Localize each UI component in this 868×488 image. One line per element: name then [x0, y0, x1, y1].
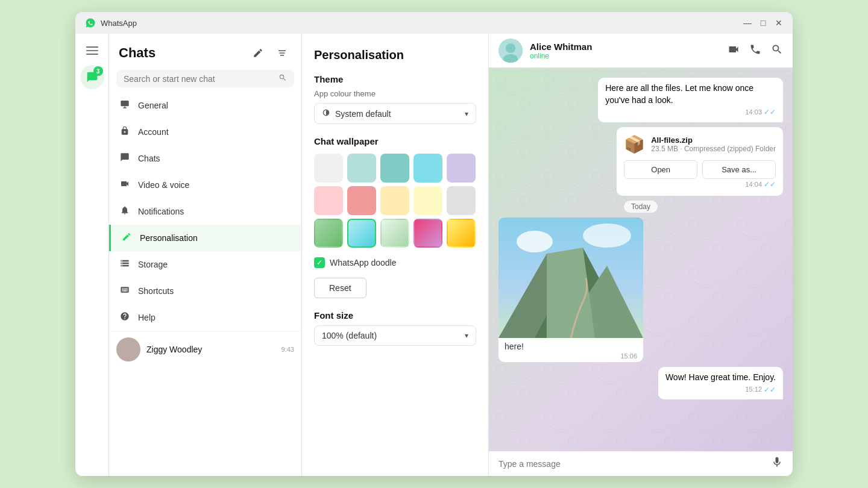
- icon-sidebar-top: 3: [80, 39, 104, 476]
- settings-item-personalisation[interactable]: Personalisation: [109, 225, 301, 251]
- file-details: All-files.zip 23.5 MB · Compressed (zipp…: [651, 136, 776, 153]
- wallpaper-swatch-15[interactable]: [447, 219, 476, 248]
- wallpaper-swatch-6[interactable]: [314, 186, 343, 215]
- reset-button[interactable]: Reset: [314, 278, 366, 298]
- wallpaper-swatch-13[interactable]: [380, 219, 409, 248]
- voice-call-button[interactable]: [749, 43, 761, 58]
- photo-image: [498, 217, 643, 338]
- general-icon: [119, 99, 131, 111]
- notifications-label: Notifications: [138, 207, 184, 216]
- personalisation-label: Personalisation: [140, 233, 198, 243]
- search-bar: [116, 70, 294, 87]
- chat-header-actions: [728, 43, 783, 58]
- chats-icon: [119, 152, 131, 164]
- chat-contact-name: Alice Whitman: [530, 42, 720, 52]
- file-message-ticks: ✓✓: [764, 180, 776, 189]
- photo-bubble: here! 15:06: [498, 217, 643, 362]
- wallpaper-swatch-11[interactable]: [314, 219, 343, 248]
- svg-rect-3: [121, 101, 128, 106]
- search-input[interactable]: [124, 74, 278, 84]
- doodle-row: ✓ WhatsApp doodle: [314, 257, 476, 268]
- file-save-button[interactable]: Save as...: [702, 160, 776, 179]
- settings-item-general[interactable]: General: [109, 92, 301, 119]
- photo-caption-text: here!: [505, 342, 524, 351]
- wallpaper-swatch-7[interactable]: [347, 186, 376, 215]
- chat-badge: 3: [93, 66, 103, 76]
- chat-header-avatar[interactable]: [498, 39, 523, 63]
- settings-item-storage[interactable]: Storage: [109, 251, 301, 278]
- svg-point-14: [517, 231, 553, 252]
- settings-item-help[interactable]: Help: [109, 304, 301, 331]
- theme-label: App colour theme: [314, 89, 476, 98]
- app-title: WhatsApp: [101, 19, 743, 28]
- message-input[interactable]: [498, 459, 764, 469]
- app-logo: [85, 17, 96, 28]
- wallpaper-swatch-4[interactable]: [414, 154, 442, 183]
- personalisation-panel: Personalisation Theme App colour theme S…: [302, 34, 489, 476]
- chat-contact-status: online: [530, 52, 720, 60]
- message-time-1: 14:03 ✓✓: [605, 107, 776, 117]
- svg-rect-2: [86, 54, 98, 55]
- title-bar: WhatsApp — □ ✕: [75, 12, 793, 34]
- wallpaper-swatch-1[interactable]: [314, 154, 343, 183]
- wallpaper-swatch-14[interactable]: [414, 219, 442, 248]
- settings-item-account[interactable]: Account: [109, 119, 301, 145]
- icon-sidebar: 3: [75, 34, 109, 476]
- new-chat-button[interactable]: [248, 43, 268, 63]
- chat-list-item[interactable]: Ziggy Woodley 9:43: [109, 331, 301, 368]
- sidebar-menu-icon[interactable]: [80, 39, 104, 63]
- minimize-button[interactable]: —: [743, 19, 752, 27]
- message-text-5: Wow! Have great time. Enjoy.: [665, 372, 776, 382]
- settings-item-chats[interactable]: Chats: [109, 145, 301, 172]
- svg-rect-1: [86, 50, 98, 51]
- chat-list-name: Ziggy Woodley: [146, 345, 202, 354]
- filter-button[interactable]: [272, 43, 292, 63]
- personalisation-title: Personalisation: [314, 48, 476, 62]
- doodle-checkbox[interactable]: ✓: [314, 257, 325, 268]
- settings-item-notifications[interactable]: Notifications: [109, 198, 301, 225]
- chat-list-info: Ziggy Woodley: [146, 345, 202, 354]
- wallpaper-swatch-8[interactable]: [380, 186, 409, 215]
- file-open-button[interactable]: Open: [624, 160, 697, 179]
- wallpaper-swatch-9[interactable]: [414, 186, 442, 215]
- checkbox-check-icon: ✓: [316, 258, 322, 267]
- close-button[interactable]: ✕: [775, 19, 783, 27]
- video-call-button[interactable]: [728, 43, 740, 58]
- mic-button[interactable]: [771, 456, 783, 471]
- settings-item-video-voice[interactable]: Video & voice: [109, 172, 301, 198]
- app-window: WhatsApp — □ ✕ 3 Chats: [75, 12, 793, 476]
- message-ticks-1: ✓✓: [764, 107, 776, 117]
- font-section-title: Font size: [314, 310, 476, 321]
- main-content: 3 Chats: [75, 34, 793, 476]
- photo-time: 15:06: [505, 352, 637, 360]
- help-icon: [119, 311, 131, 324]
- font-size-dropdown[interactable]: 100% (default) ▾: [314, 325, 476, 346]
- file-meta: 23.5 MB · Compressed (zipped) Folder: [651, 145, 776, 153]
- file-bubble: 📦 All-files.zip 23.5 MB · Compressed (zi…: [617, 127, 783, 196]
- sidebar-chats-icon[interactable]: 3: [80, 65, 104, 89]
- photo-caption: here! 15:06: [498, 338, 643, 362]
- photo-image-container: [498, 217, 643, 338]
- settings-item-shortcuts[interactable]: Shortcuts: [109, 278, 301, 304]
- maximize-button[interactable]: □: [759, 19, 767, 27]
- wallpaper-swatch-10[interactable]: [447, 186, 476, 215]
- storage-icon: [119, 258, 131, 271]
- wallpaper-swatch-3[interactable]: [380, 154, 409, 183]
- wallpaper-swatch-5[interactable]: [447, 154, 476, 183]
- search-chat-button[interactable]: [771, 43, 783, 58]
- shortcuts-label: Shortcuts: [138, 286, 174, 296]
- settings-nav: General Account Chats: [109, 92, 301, 331]
- storage-label: Storage: [138, 260, 168, 269]
- svg-rect-0: [86, 46, 98, 48]
- wallpaper-swatch-12[interactable]: [347, 219, 376, 248]
- chats-panel: Chats: [109, 34, 302, 476]
- chats-label: Chats: [138, 154, 160, 163]
- messages-area[interactable]: Here are all the files. Let me know once…: [489, 68, 793, 451]
- video-voice-label: Video & voice: [138, 180, 189, 190]
- file-name: All-files.zip: [651, 136, 776, 145]
- chats-header: Chats: [109, 34, 301, 67]
- file-actions: Open Save as...: [624, 160, 776, 179]
- wallpaper-swatch-2[interactable]: [347, 154, 376, 183]
- chats-header-icons: [248, 43, 292, 63]
- theme-dropdown[interactable]: System default ▾: [314, 103, 476, 124]
